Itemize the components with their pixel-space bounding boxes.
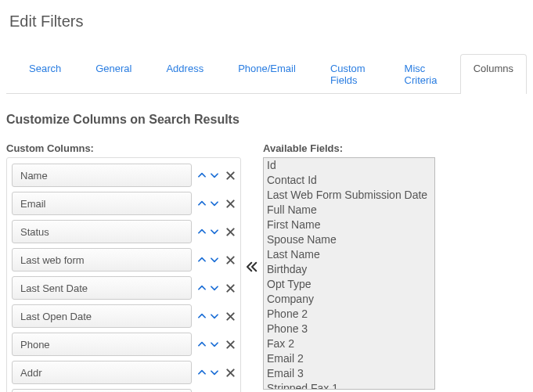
custom-column-row (12, 220, 236, 243)
custom-columns-label: Custom Columns: (6, 142, 241, 154)
available-field-item[interactable]: Full Name (265, 203, 433, 218)
move-up-icon[interactable] (196, 254, 207, 265)
row-controls (196, 282, 236, 293)
row-controls (196, 198, 236, 209)
move-up-icon[interactable] (196, 367, 207, 378)
move-up-icon[interactable] (196, 198, 207, 209)
columns-editor: Custom Columns: Available Fields: IdCont… (6, 142, 527, 392)
custom-column-input[interactable] (12, 333, 192, 356)
available-field-item[interactable]: Last Web Form Submission Date (265, 188, 433, 203)
custom-column-input[interactable] (12, 276, 192, 300)
available-field-item[interactable]: Birthday (265, 262, 433, 277)
move-down-icon[interactable] (209, 226, 220, 237)
remove-icon[interactable] (225, 282, 236, 293)
available-field-item[interactable]: Spouse Name (265, 232, 433, 247)
custom-column-input[interactable] (12, 361, 192, 384)
row-controls (196, 339, 236, 350)
remove-icon[interactable] (225, 226, 236, 237)
remove-icon[interactable] (225, 170, 236, 181)
move-left-button[interactable] (245, 260, 259, 276)
custom-column-input[interactable] (12, 164, 192, 187)
custom-column-input[interactable] (12, 248, 192, 272)
remove-icon[interactable] (225, 367, 236, 378)
page-title: Edit Filters (9, 13, 527, 31)
custom-column-row (12, 304, 236, 328)
custom-column-input[interactable] (12, 389, 192, 392)
custom-column-input[interactable] (12, 304, 192, 328)
move-down-icon[interactable] (209, 367, 220, 378)
custom-column-row (12, 276, 236, 300)
available-fields-label: Available Fields: (263, 142, 435, 154)
available-field-item[interactable]: First Name (265, 218, 433, 232)
available-field-item[interactable]: Contact Id (265, 173, 433, 188)
remove-icon[interactable] (225, 254, 236, 265)
remove-icon[interactable] (225, 339, 236, 350)
custom-column-row (12, 361, 236, 384)
available-field-item[interactable]: Opt Type (265, 277, 433, 292)
tab-search[interactable]: Search (16, 54, 74, 94)
section-title: Customize Columns on Search Results (6, 113, 527, 127)
custom-column-input[interactable] (12, 220, 192, 243)
available-fields-panel: Available Fields: IdContact IdLast Web F… (263, 142, 435, 390)
available-field-item[interactable]: Phone 3 (265, 322, 433, 336)
row-controls (196, 367, 236, 378)
move-controls (241, 142, 263, 276)
custom-column-row (12, 333, 236, 356)
move-up-icon[interactable] (196, 311, 207, 322)
tab-custom-fields[interactable]: Custom Fields (317, 54, 384, 94)
tab-general[interactable]: General (82, 54, 145, 94)
available-field-item[interactable]: Email 2 (265, 351, 433, 366)
row-controls (196, 254, 236, 265)
available-field-item[interactable]: Email 3 (265, 366, 433, 381)
available-fields-list[interactable]: IdContact IdLast Web Form Submission Dat… (263, 157, 435, 390)
remove-icon[interactable] (225, 311, 236, 322)
move-down-icon[interactable] (209, 311, 220, 322)
move-down-icon[interactable] (209, 339, 220, 350)
custom-columns-list (6, 157, 241, 392)
row-controls (196, 311, 236, 322)
custom-column-input[interactable] (12, 192, 192, 215)
available-field-item[interactable]: Stripped Fax 1 (265, 381, 433, 390)
custom-column-row (12, 248, 236, 272)
tab-address[interactable]: Address (153, 54, 217, 94)
move-up-icon[interactable] (196, 170, 207, 181)
available-field-item[interactable]: Phone 2 (265, 307, 433, 322)
move-down-icon[interactable] (209, 254, 220, 265)
move-down-icon[interactable] (209, 282, 220, 293)
available-field-item[interactable]: Last Name (265, 247, 433, 262)
available-field-item[interactable]: Company (265, 292, 433, 307)
remove-icon[interactable] (225, 198, 236, 209)
tab-columns[interactable]: Columns (460, 54, 527, 94)
custom-column-row (12, 164, 236, 187)
tabs-bar: SearchGeneralAddressPhone/EmailCustom Fi… (6, 54, 527, 94)
available-field-item[interactable]: Id (265, 158, 433, 173)
move-down-icon[interactable] (209, 198, 220, 209)
tab-misc-criteria[interactable]: Misc Criteria (391, 54, 452, 94)
row-controls (196, 226, 236, 237)
custom-column-row (12, 192, 236, 215)
move-up-icon[interactable] (196, 282, 207, 293)
custom-column-row (12, 389, 236, 392)
move-down-icon[interactable] (209, 170, 220, 181)
tab-phone-email[interactable]: Phone/Email (225, 54, 309, 94)
custom-columns-panel: Custom Columns: (6, 142, 241, 392)
move-up-icon[interactable] (196, 339, 207, 350)
available-field-item[interactable]: Fax 2 (265, 336, 433, 351)
move-up-icon[interactable] (196, 226, 207, 237)
row-controls (196, 170, 236, 181)
